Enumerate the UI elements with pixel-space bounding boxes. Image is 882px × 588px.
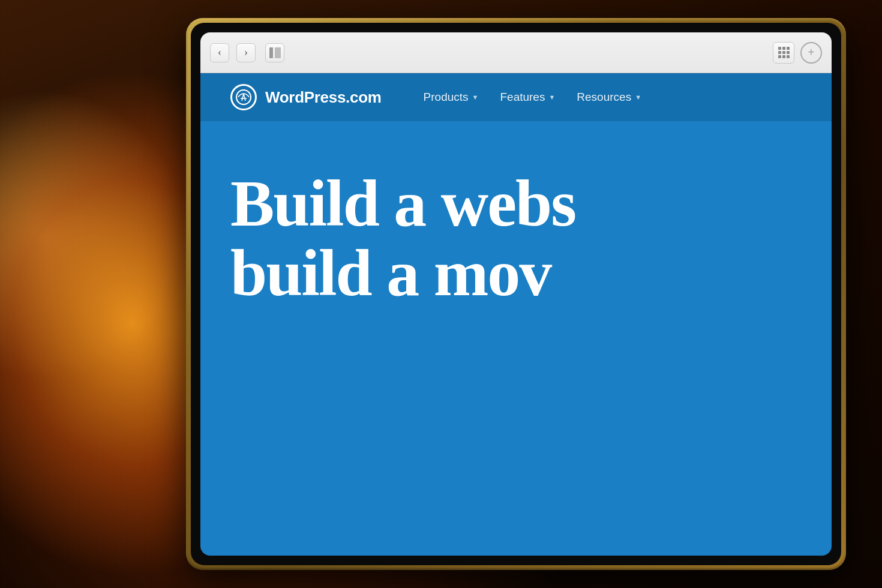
sidebar-button[interactable] <box>265 43 284 62</box>
wp-logo-icon <box>230 84 257 110</box>
forward-arrow-icon: › <box>244 46 248 59</box>
wp-hero-section: Build a webs build a mov <box>200 121 832 308</box>
plus-icon: + <box>808 46 814 58</box>
nav-features-chevron-icon: ▼ <box>548 94 555 101</box>
new-tab-button[interactable]: + <box>800 42 822 64</box>
nav-item-resources[interactable]: Resources ▼ <box>577 91 641 104</box>
wp-hero-title: Build a webs build a mov <box>230 169 802 308</box>
nav-features-label: Features <box>500 91 545 104</box>
nav-resources-chevron-icon: ▼ <box>635 94 641 101</box>
nav-item-features[interactable]: Features ▼ <box>500 91 555 104</box>
nav-item-products[interactable]: Products ▼ <box>424 91 479 104</box>
wp-logo[interactable]: WordPress.com <box>230 84 382 110</box>
grid-dots-icon <box>778 47 790 58</box>
screen: ‹ › <box>200 32 832 556</box>
sidebar-icon <box>269 47 281 58</box>
back-arrow-icon: ‹ <box>218 46 221 59</box>
back-button[interactable]: ‹ <box>210 43 229 62</box>
laptop-frame: ‹ › <box>186 18 846 570</box>
grid-apps-button[interactable] <box>773 42 794 64</box>
laptop-bezel: ‹ › <box>191 23 841 565</box>
forward-button[interactable]: › <box>236 43 256 62</box>
wp-logo-text: WordPress.com <box>265 88 382 107</box>
browser-chrome: ‹ › <box>200 32 832 73</box>
wordpress-site: WordPress.com Products ▼ Features ▼ <box>200 73 832 556</box>
nav-products-chevron-icon: ▼ <box>472 94 479 101</box>
nav-products-label: Products <box>424 91 469 104</box>
hero-line-2: build a mov <box>230 239 802 308</box>
wp-navbar: WordPress.com Products ▼ Features ▼ <box>200 73 832 121</box>
wp-nav-links: Products ▼ Features ▼ Resources ▼ <box>424 91 641 104</box>
hero-line-1: Build a webs <box>230 169 802 239</box>
nav-resources-label: Resources <box>577 91 631 104</box>
browser-right-buttons: + <box>773 42 822 64</box>
